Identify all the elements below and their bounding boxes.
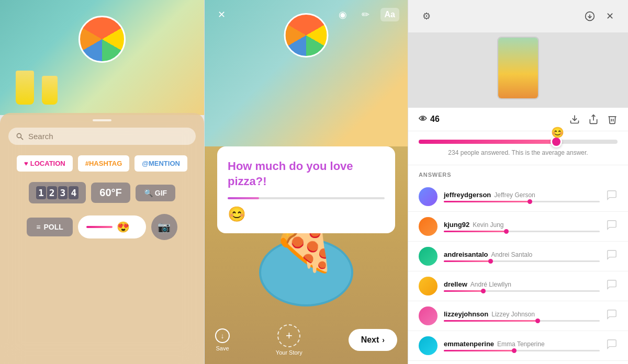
- question-slider-card: How much do you love pizza?! 😊: [217, 146, 395, 233]
- pizza-wheel-sticker: [78, 16, 126, 63]
- message-button[interactable]: [606, 279, 618, 293]
- mention-label: @MENTION: [142, 160, 180, 167]
- close-analytics-icon: ✕: [606, 10, 614, 22]
- display-name: Kevin Jung: [473, 221, 503, 229]
- gif-sticker[interactable]: 🔍 GIF: [136, 185, 175, 201]
- pen-icon: ✏: [362, 9, 369, 20]
- question-slider-track: [228, 197, 385, 199]
- mention-sticker[interactable]: @MENTION: [134, 155, 187, 172]
- next-label: Next: [361, 335, 379, 345]
- display-name: Emma Tenperine: [497, 340, 545, 348]
- user-avatar: [419, 277, 438, 295]
- hashtag-sticker[interactable]: #HASHTAG: [78, 155, 130, 172]
- answer-slider-fill: [444, 320, 537, 322]
- bottom-sticker-row: ≡ POLL 😍 📷: [8, 214, 196, 240]
- answers-header: ANSWERS: [408, 165, 628, 182]
- download-header-button[interactable]: [582, 8, 598, 24]
- sticker-button[interactable]: ◉: [334, 6, 351, 23]
- user-name-row: drellew André Llewllyn: [444, 280, 600, 288]
- drag-handle[interactable]: [93, 119, 111, 121]
- result-answer-label: 234 people answered. This is the average…: [419, 149, 618, 156]
- answers-list: jeffreydgerson Jeffrey Gerson kjung92 Ke…: [408, 182, 628, 361]
- user-name-row: emmatenperine Emma Tenperine: [444, 340, 600, 348]
- user-info: andreisantalo Andrei Santalo: [444, 251, 600, 262]
- stats-action-icons: [569, 114, 618, 124]
- user-info: emmatenperine Emma Tenperine: [444, 340, 600, 351]
- answer-item: lizzeyjohnson Lizzey Johnson: [408, 301, 628, 331]
- food-image-bg: [0, 0, 204, 115]
- user-info: jeffreydgerson Jeffrey Gerson: [444, 191, 600, 202]
- display-name: Lizzey Johnson: [491, 311, 535, 318]
- message-button[interactable]: [606, 338, 618, 353]
- eye-icon: 👁: [419, 115, 427, 124]
- next-button[interactable]: Next ›: [349, 329, 397, 351]
- poll-sticker[interactable]: ≡ POLL: [27, 218, 73, 236]
- delete-story-icon: [607, 114, 618, 124]
- answer-slider-fill: [444, 260, 490, 262]
- panel-sticker-picker: Search ♥ LOCATION #HASHTAG @MENTION 1 2 …: [0, 0, 204, 364]
- message-button[interactable]: [606, 189, 618, 204]
- message-icon: [606, 249, 618, 260]
- settings-button[interactable]: ⚙: [419, 8, 434, 24]
- counter-digit-4: 4: [69, 186, 78, 199]
- your-story-label: Your Story: [276, 349, 302, 356]
- user-avatar: [419, 336, 438, 355]
- location-pin-icon: ♥: [24, 160, 28, 167]
- save-button[interactable]: ↓ Save: [215, 328, 230, 351]
- location-sticker[interactable]: ♥ LOCATION: [17, 155, 73, 172]
- result-slider-fill: [419, 140, 562, 144]
- sticker-panel: Search ♥ LOCATION #HASHTAG @MENTION 1 2 …: [0, 113, 204, 364]
- message-button[interactable]: [606, 249, 618, 264]
- download-story-button[interactable]: [569, 114, 580, 124]
- message-icon: [606, 338, 618, 350]
- icon-sticker-row: 1 2 3 4 60°F 🔍 GIF: [8, 182, 196, 203]
- username: lizzeyjohnson: [444, 310, 488, 318]
- camera-sticker[interactable]: 📷: [151, 214, 177, 240]
- answer-item: jeffreydgerson Jeffrey Gerson: [408, 182, 628, 212]
- slider-emoji: 😍: [117, 221, 130, 233]
- close-button[interactable]: ✕: [213, 6, 230, 23]
- question-text: How much do you love pizza?!: [228, 159, 385, 189]
- views-count: 👁 46: [419, 115, 440, 124]
- juice-glass-2: [42, 76, 58, 105]
- answer-item: andreisantalo Andrei Santalo: [408, 242, 628, 271]
- slider-emoji-sticker[interactable]: 😍: [78, 215, 146, 238]
- user-name-row: andreisantalo Andrei Santalo: [444, 251, 600, 258]
- counter-digit-1: 1: [36, 186, 46, 199]
- panel-analytics: ⚙ ✕ 👁 46: [408, 0, 628, 364]
- message-icon: [606, 219, 618, 231]
- question-slider-container[interactable]: [228, 197, 385, 199]
- view-count-number: 46: [430, 115, 440, 124]
- user-name-row: lizzeyjohnson Lizzey Johnson: [444, 310, 600, 318]
- text-button[interactable]: Aa: [380, 8, 399, 21]
- draw-button[interactable]: ✏: [357, 6, 374, 23]
- answer-slider-dot: [535, 318, 540, 323]
- delete-story-button[interactable]: [607, 114, 618, 124]
- sticker-tags-row: ♥ LOCATION #HASHTAG @MENTION: [8, 155, 196, 172]
- answer-item: kjung92 Kevin Jung: [408, 212, 628, 242]
- message-button[interactable]: [606, 309, 618, 323]
- text-aa-label: Aa: [385, 10, 395, 19]
- answers-section: ANSWERS jeffreydgerson Jeffrey Gerson kj: [408, 165, 628, 364]
- user-avatar: [419, 187, 438, 206]
- your-story-button[interactable]: + Your Story: [276, 324, 302, 356]
- search-placeholder: Search: [28, 132, 53, 141]
- message-button[interactable]: [606, 219, 618, 234]
- header-right-icons: ✕: [582, 8, 618, 24]
- poll-label: POLL: [43, 223, 63, 231]
- close-analytics-button[interactable]: ✕: [602, 8, 618, 24]
- answer-slider-dot: [481, 289, 486, 293]
- counter-sticker[interactable]: 1 2 3 4: [29, 182, 86, 203]
- story-thumbnail[interactable]: [497, 37, 539, 99]
- sticker-search-bar[interactable]: Search: [8, 128, 196, 145]
- user-info: lizzeyjohnson Lizzey Johnson: [444, 310, 600, 322]
- temperature-label: 60°F: [99, 187, 121, 198]
- stats-row: 👁 46: [408, 108, 628, 131]
- your-story-circle: +: [277, 324, 300, 347]
- result-slider-track: 😊: [419, 140, 618, 144]
- share-story-button[interactable]: [588, 114, 599, 124]
- temperature-sticker[interactable]: 60°F: [91, 183, 130, 203]
- message-icon: [606, 189, 618, 201]
- download-story-icon: [569, 114, 580, 124]
- plus-icon: +: [286, 329, 293, 343]
